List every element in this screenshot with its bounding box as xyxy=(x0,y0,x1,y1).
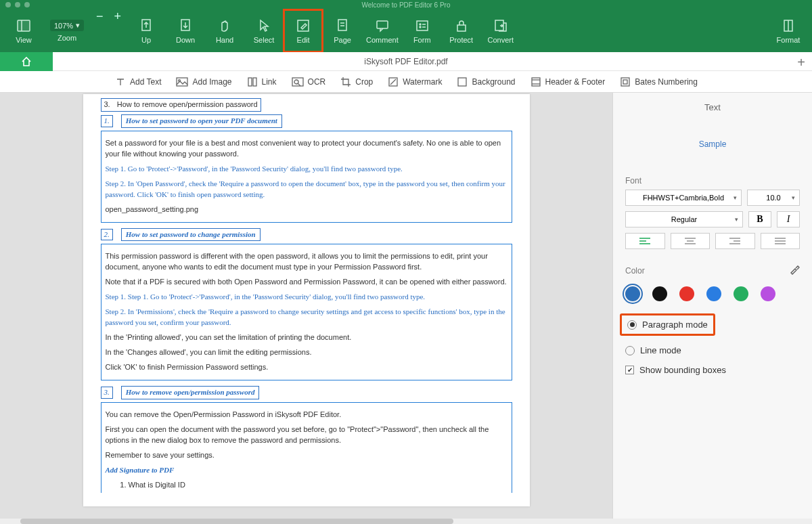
view-button[interactable]: View xyxy=(4,9,43,52)
color-swatch[interactable] xyxy=(625,286,640,301)
color-swatches xyxy=(613,281,812,301)
down-button[interactable]: Down xyxy=(166,9,205,52)
eyedropper-icon[interactable] xyxy=(789,264,800,277)
svg-rect-28 xyxy=(532,78,540,86)
svg-rect-20 xyxy=(248,78,252,86)
document-view[interactable]: 3.How to remove open/permission password… xyxy=(0,93,612,519)
line-mode-radio[interactable]: Line mode xyxy=(625,345,800,355)
format-icon xyxy=(781,18,796,33)
panel-title: Text xyxy=(613,93,812,122)
convert-button[interactable]: Convert xyxy=(481,9,520,52)
scrollbar-thumb[interactable] xyxy=(20,519,453,524)
align-right-button[interactable] xyxy=(715,233,755,249)
up-button[interactable]: Up xyxy=(127,9,166,52)
section-heading: 3.How to remove open/permission password xyxy=(101,386,512,399)
font-size-select[interactable]: 10.0▾ xyxy=(747,190,800,206)
background-button[interactable]: Background xyxy=(457,77,515,87)
horizontal-scrollbar[interactable] xyxy=(0,519,812,524)
up-icon xyxy=(139,18,154,33)
watermark-button[interactable]: Watermark xyxy=(388,77,442,87)
chevron-down-icon: ▾ xyxy=(735,216,738,223)
align-justify-button[interactable] xyxy=(761,233,800,249)
document-title: iSkysoft PDF Editor.pdf xyxy=(364,57,447,66)
hand-button[interactable]: Hand xyxy=(205,9,244,52)
view-icon xyxy=(16,18,31,33)
text-block[interactable]: Set a password for your file is a best a… xyxy=(101,131,512,223)
svg-rect-21 xyxy=(253,78,256,86)
window-title: Welcome to PDF Editor 6 Pro xyxy=(362,1,451,9)
new-tab-button[interactable]: + xyxy=(797,55,805,70)
page-button[interactable]: Page xyxy=(323,9,362,52)
section-heading: 2.How to set password to change permissi… xyxy=(101,228,512,242)
italic-button[interactable]: I xyxy=(777,211,800,227)
radio-icon xyxy=(627,320,637,330)
home-tab[interactable] xyxy=(0,52,53,71)
page-icon xyxy=(335,18,350,33)
svg-rect-0 xyxy=(18,20,30,31)
zoom-in-button[interactable]: + xyxy=(109,9,127,52)
svg-rect-9 xyxy=(417,21,428,30)
svg-point-11 xyxy=(420,26,421,28)
crop-button[interactable]: Crop xyxy=(340,77,373,87)
checkbox-icon xyxy=(625,366,634,374)
svg-rect-18 xyxy=(177,78,187,86)
section-heading: 1.How to set password to open your PDF d… xyxy=(101,114,512,128)
svg-rect-31 xyxy=(621,78,629,86)
zoom-out-button[interactable]: − xyxy=(91,9,109,52)
protect-button[interactable]: Protect xyxy=(442,9,481,52)
edit-ribbon: Add Text Add Image Link OCR Crop Waterma… xyxy=(0,71,812,93)
chevron-down-icon: ▾ xyxy=(734,194,737,201)
color-swatch[interactable] xyxy=(679,286,694,301)
paragraph-mode-radio[interactable]: Paragraph mode xyxy=(627,320,708,330)
svg-rect-8 xyxy=(377,21,388,28)
show-bounding-boxes-checkbox[interactable]: Show bounding boxes xyxy=(625,365,800,375)
radio-icon xyxy=(625,346,635,355)
toc-line: 3.How to remove open/permission password xyxy=(101,98,261,112)
add-text-button[interactable]: Add Text xyxy=(115,77,161,87)
format-button[interactable]: Format xyxy=(769,9,808,52)
titlebar: Welcome to PDF Editor 6 Pro xyxy=(0,0,812,9)
hand-icon xyxy=(217,18,232,33)
font-family-select[interactable]: FHHWST+Cambria,Bold▾ xyxy=(625,190,742,206)
text-block[interactable]: This permission password is different wi… xyxy=(101,244,512,380)
bates-button[interactable]: Bates Numbering xyxy=(620,77,698,87)
color-swatch[interactable] xyxy=(652,286,667,301)
lock-icon xyxy=(454,18,469,33)
align-center-button[interactable] xyxy=(671,233,710,249)
svg-rect-5 xyxy=(338,20,346,30)
workspace: 3.How to remove open/permission password… xyxy=(0,93,812,519)
form-button[interactable]: Form xyxy=(403,9,442,52)
link-button[interactable]: Link xyxy=(247,77,277,87)
color-swatch[interactable] xyxy=(761,286,775,301)
svg-rect-14 xyxy=(457,25,466,31)
format-panel: Text Sample Font FHHWST+Cambria,Bold▾ 10… xyxy=(612,93,812,519)
color-swatch[interactable] xyxy=(706,286,721,301)
zoom-control[interactable]: 107%▾ Zoom xyxy=(43,9,91,52)
color-swatch[interactable] xyxy=(734,286,748,301)
edit-icon xyxy=(296,18,311,33)
window-controls[interactable] xyxy=(5,2,30,7)
select-icon xyxy=(256,18,271,33)
convert-icon xyxy=(493,18,508,33)
svg-rect-27 xyxy=(458,78,466,86)
chevron-down-icon: ▾ xyxy=(76,21,80,30)
align-left-button[interactable] xyxy=(625,233,665,249)
add-image-button[interactable]: Add Image xyxy=(176,77,231,87)
bold-button[interactable]: B xyxy=(748,211,771,227)
sample-preview: Sample xyxy=(613,122,812,169)
edit-button[interactable]: Edit xyxy=(284,9,323,52)
paragraph-mode-highlight: Paragraph mode xyxy=(620,313,715,336)
tab-bar: iSkysoft PDF Editor.pdf + xyxy=(0,52,812,71)
comment-icon xyxy=(375,18,390,33)
comment-button[interactable]: Comment xyxy=(362,9,403,52)
form-icon xyxy=(415,18,430,33)
font-weight-select[interactable]: Regular▾ xyxy=(625,211,743,227)
svg-point-10 xyxy=(420,24,421,25)
ocr-button[interactable]: OCR xyxy=(292,77,326,87)
text-block[interactable]: You can remove the Open/Permission Passw… xyxy=(101,402,512,494)
pdf-page: 3.How to remove open/permission password… xyxy=(83,94,530,506)
main-toolbar: View 107%▾ Zoom − + Up Down Hand Select … xyxy=(0,9,812,52)
header-footer-button[interactable]: Header & Footer xyxy=(531,77,606,87)
chevron-down-icon: ▾ xyxy=(792,194,795,201)
select-button[interactable]: Select xyxy=(244,9,284,52)
